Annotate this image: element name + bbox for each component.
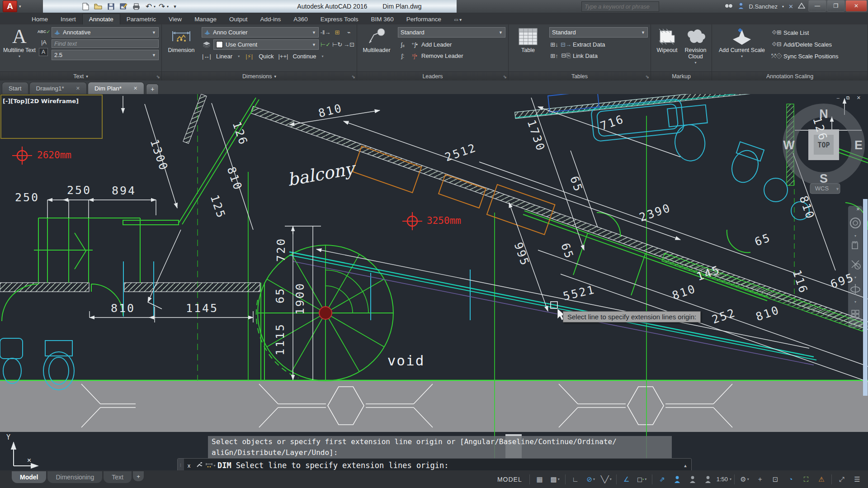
panel-caption-markup[interactable]: Markup <box>651 71 712 81</box>
redo-icon[interactable]: ↷ <box>156 1 168 11</box>
file-tab-drawing1[interactable]: Drawing1*✕ <box>29 82 87 94</box>
add-current-scale-button[interactable]: Add Current Scale▾ <box>718 26 765 71</box>
multiline-text-button[interactable]: A Multiline Text▾ <box>3 26 36 71</box>
autoscale-icon[interactable] <box>686 474 700 485</box>
object-snap-icon[interactable]: ◻▪▾ <box>635 474 649 485</box>
open-folder-icon[interactable] <box>92 1 104 11</box>
leaders-dialog-launcher[interactable]: ⇘ <box>503 74 507 79</box>
file-tab-dim-plan[interactable]: Dim Plan*✕ <box>88 82 144 94</box>
mleader-style-combo[interactable]: Standard▼ <box>398 27 505 38</box>
panel-caption-annotation-scaling[interactable]: Annotation Scaling <box>712 71 868 81</box>
customization-icon[interactable]: ☰ <box>850 474 864 485</box>
text-style-icon[interactable]: A <box>39 48 48 56</box>
command-recent-toggle[interactable]: ▴ <box>679 463 691 469</box>
grid-icon[interactable]: ▦ <box>533 474 547 485</box>
app-logo[interactable]: A▾ <box>3 0 33 12</box>
file-tab-close-icon[interactable]: ✕ <box>76 85 80 91</box>
annotation-visibility-icon[interactable] <box>670 474 685 485</box>
text-dialog-launcher[interactable]: ⇘ <box>156 74 160 79</box>
panel-caption-leaders[interactable]: Leaders <box>357 71 508 81</box>
command-line[interactable]: ⁞ x ▾ DIMSelect line to specify extensio… <box>177 458 692 470</box>
viewcube-west[interactable]: W <box>783 138 795 152</box>
annotation-monitor-icon[interactable]: ＋ <box>753 474 767 485</box>
file-tab-start[interactable]: Start <box>2 82 28 94</box>
ribbon-tab-view[interactable]: View <box>162 14 188 24</box>
layout-tab-model[interactable]: Model <box>12 471 46 483</box>
ribbon-tab-output[interactable]: Output <box>223 14 254 24</box>
workspace-gear-icon[interactable]: ⚙▾ <box>737 474 752 485</box>
add-delete-scales-label[interactable]: Add/Delete Scales <box>783 41 832 48</box>
dim-style-combo[interactable]: Anno Courier▼ <box>202 27 319 38</box>
link-data-label[interactable]: Link Data <box>573 52 598 59</box>
command-drag-handle[interactable]: ⁞ <box>178 459 184 470</box>
new-layout-button[interactable]: + <box>133 471 144 481</box>
undo-dropdown[interactable]: ▾ <box>154 5 156 9</box>
table-button[interactable]: Table <box>511 26 545 71</box>
revision-cloud-button[interactable]: Revision Cloud▾ <box>682 26 709 71</box>
text-align-icon[interactable]: |A <box>39 38 49 47</box>
upload-table-icon[interactable]: ⊞↑ <box>549 51 559 60</box>
command-prompt[interactable]: DIMSelect line to specify extension line… <box>217 461 679 470</box>
search-icon[interactable] <box>724 3 733 10</box>
ribbon-tab-manage[interactable]: Manage <box>188 14 223 24</box>
quick-label[interactable]: Quick <box>259 53 274 60</box>
ribbon-tab-parametric[interactable]: Parametric <box>120 14 162 24</box>
link-data-icon[interactable]: ⊟⎘ <box>561 51 571 60</box>
tables-dialog-launcher[interactable]: ⇘ <box>646 74 649 79</box>
snap-icon[interactable]: ▩▾ <box>548 474 562 485</box>
ribbon-display-toggle[interactable]: ▭ ▾ <box>454 17 462 24</box>
ribbon-tab-a360[interactable]: A360 <box>287 14 314 24</box>
dim-dialog-launcher[interactable]: ⇘ <box>352 74 355 79</box>
reassociate-icon[interactable]: →⊡ <box>344 40 354 49</box>
command-customize-icon[interactable] <box>194 462 204 469</box>
ribbon-tab-performance[interactable]: Performance <box>400 14 448 24</box>
dim-layer-combo[interactable]: Use Current▼ <box>213 39 319 50</box>
linear-dim-icon[interactable]: |↔| <box>202 52 212 61</box>
navbar-close-icon[interactable]: ✕ <box>856 207 860 212</box>
table-style-combo[interactable]: Standard▼ <box>549 27 648 38</box>
command-dim-icon[interactable]: ▾ <box>204 463 217 468</box>
spell-check-icon[interactable]: ABC✓ <box>39 27 49 36</box>
navigation-bar[interactable]: ✕ ▾ ▾ ▾ <box>848 199 868 396</box>
linear-label[interactable]: Linear <box>216 53 232 60</box>
isodraft-icon[interactable]: ╲╱▾ <box>599 474 613 485</box>
ribbon-tab-bim-360[interactable]: BIM 360 <box>365 14 400 24</box>
trusted-autoload-icon[interactable]: ⚠ <box>814 474 829 485</box>
panel-caption-tables[interactable]: Tables <box>509 71 651 81</box>
a360-icon[interactable] <box>798 3 805 10</box>
add-delete-scales-icon[interactable]: ⟐⊟ <box>772 40 782 49</box>
restore-button[interactable]: ❐ <box>827 0 845 12</box>
sync-scale-positions-label[interactable]: Sync Scale Positions <box>783 53 838 60</box>
annotation-scale-value[interactable]: 1:50 <box>717 476 728 483</box>
mleader-align-icon[interactable]: ʃ: <box>398 51 408 60</box>
dimension-button[interactable]: Dimension <box>165 26 198 71</box>
ribbon-tab-annotate[interactable]: Annotate <box>82 14 120 24</box>
find-text-input[interactable] <box>52 39 159 48</box>
ribbon-tab-add-ins[interactable]: Add-ins <box>254 14 287 24</box>
layout-tab-text[interactable]: Text <box>104 471 132 483</box>
redo-dropdown[interactable]: ▾ <box>167 5 169 9</box>
text-height-combo[interactable]: 2.5▼ <box>52 50 159 60</box>
object-snap-tracking-icon[interactable]: ∠ <box>619 474 634 485</box>
add-leader-label[interactable]: Add Leader <box>421 41 452 48</box>
plot-icon[interactable] <box>130 1 142 11</box>
qat-customize-icon[interactable]: ▾ <box>169 1 181 11</box>
extract-data-label[interactable]: Extract Data <box>573 41 605 48</box>
exchange-icon[interactable]: ✕ <box>788 3 793 10</box>
new-file-icon[interactable] <box>80 1 91 11</box>
remove-leader-label[interactable]: Remove Leader <box>421 52 463 59</box>
file-tab-close-icon[interactable]: ✕ <box>133 85 137 91</box>
text-style-combo[interactable]: Annotative▼ <box>52 27 159 38</box>
export-table-icon[interactable]: ⊞↓ <box>549 40 559 49</box>
save-as-icon[interactable] <box>118 1 129 11</box>
lineweight-icon[interactable]: ⇗ <box>655 474 670 485</box>
save-icon[interactable] <box>105 1 117 11</box>
wipeout-button[interactable]: Wipeout <box>654 26 680 71</box>
panel-caption-text[interactable]: Text▾ <box>0 71 161 81</box>
command-close-icon[interactable]: x <box>184 462 194 469</box>
dim-jog-line-icon[interactable]: ⌁ <box>344 28 354 37</box>
undo-icon[interactable]: ↶ <box>143 1 155 11</box>
adjust-spacing-icon[interactable]: ⊞ <box>332 28 342 37</box>
close-button[interactable]: ✕ <box>845 0 867 12</box>
model-space-label[interactable]: MODEL <box>493 476 527 483</box>
